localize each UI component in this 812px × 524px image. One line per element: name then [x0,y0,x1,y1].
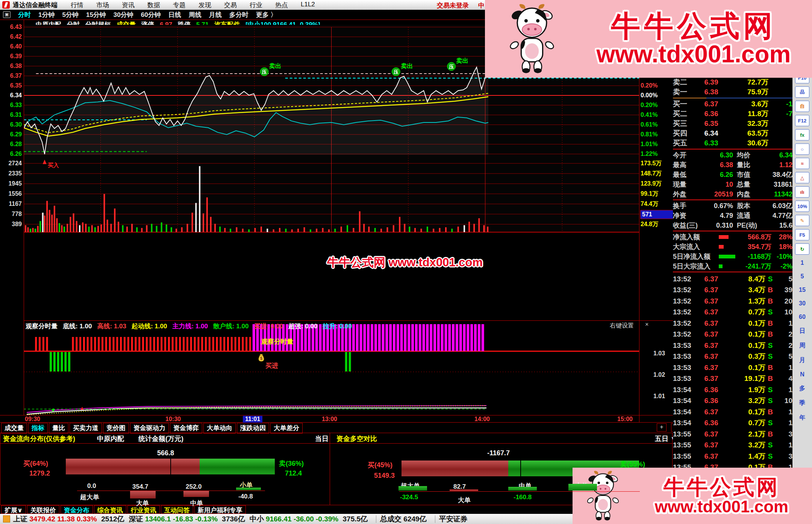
tick-row[interactable]: 13:546.363.2万S10 [673,396,792,407]
tab-量比[interactable]: 量比 [49,423,68,433]
index-深证[interactable]: 深证 13406.1 -16.83 -0.13% 3736亿 [129,514,245,524]
tick-row[interactable]: 13:556.373.2万S1 [673,440,792,451]
tick-row[interactable]: 13:526.370.1万B2 [673,329,792,340]
stat-row[interactable]: 今开6.30均价6.34 [673,150,792,160]
ask-row[interactable]: 卖二6.3972.7万 [673,77,792,87]
right-click-settings[interactable]: 右键设置 [610,322,634,330]
strip-period-30[interactable]: 30 [799,300,806,307]
period-1分钟[interactable]: 1分钟 [35,11,58,19]
broker-icon[interactable] [3,515,10,522]
tab-竞价图[interactable]: 竞价图 [103,423,129,433]
menu-item-交易[interactable]: 交易 [218,1,243,9]
volume-icon[interactable]: ılı [795,186,809,198]
layout-toggle-icon[interactable]: ▣ [3,11,11,18]
footer-tab-互动问答[interactable]: 互动问答 [161,505,193,514]
menu-item-L1L2[interactable]: L1L2 [294,1,321,9]
tick-row[interactable]: 13:536.370.1万B1 [673,362,792,373]
bid-row[interactable]: 买三6.3532.3万 [673,119,792,128]
multi-wave-icon[interactable]: ≈ [795,158,809,169]
strip-period-季[interactable]: 季 [799,399,805,407]
fund-flow-row[interactable]: 大宗流入354.7万18% [673,242,792,252]
strip-period-5[interactable]: 5 [801,273,804,280]
tick-row[interactable]: 13:526.373.4万B39 [673,285,792,296]
footer-tab-综合资讯[interactable]: 综合资讯 [94,505,126,514]
strip-period-60[interactable]: 60 [799,314,806,320]
bid-row[interactable]: 买一6.373.6万-1 [673,99,792,109]
tick-row[interactable]: 13:556.371.4万S3 [673,451,792,462]
structure-icon[interactable]: 品 [795,86,809,98]
tick-row[interactable]: 13:526.371.3万B20 [673,296,792,307]
close-icon[interactable]: × [645,321,648,328]
strip-period-月[interactable]: 月 [799,356,805,364]
tick-row[interactable]: 13:526.370.1万B1 [673,318,792,329]
stat-row[interactable]: 现量10总量31861 [673,180,792,189]
period-多分时[interactable]: 多分时 [226,11,252,19]
more-periods-button[interactable]: 更多 〉 [252,11,281,19]
strip-period-15[interactable]: 15 [799,287,806,293]
formula-icon[interactable]: fx [795,129,809,140]
strip-period-1[interactable]: 1 [801,260,804,266]
tab-大单差分[interactable]: 大单差分 [270,423,303,433]
ten-percent-icon[interactable]: 10% [795,201,809,212]
index-上证[interactable]: 上证 3479.42 11.38 0.33% 2512亿 [13,514,124,524]
period-分时[interactable]: 分时 [14,11,35,19]
fund-flow-row[interactable]: 净流入额566.8万28% [673,232,792,242]
menu-item-市场[interactable]: 市场 [90,1,115,9]
period-60分钟[interactable]: 60分钟 [137,11,165,19]
menu-item-行情[interactable]: 行情 [64,1,90,9]
tick-row[interactable]: 13:546.360.7万S1 [673,418,792,429]
mountain-icon[interactable]: △ [795,172,809,183]
tick-row[interactable]: 13:526.378.4万S5 [673,273,792,285]
index-中小[interactable]: 中小 9166.41 -36.00 -0.39% 375.5亿 [250,514,368,524]
footer-tab-资金分布[interactable]: 资金分布 [61,505,93,514]
fund-flow-row[interactable]: 5日大宗流入-241.7万-2% [673,261,792,271]
pencil-icon[interactable]: ✎ [795,215,809,226]
strip-period-年[interactable]: 年 [799,414,805,422]
f12-icon[interactable]: F12 [795,115,809,126]
period-5分钟[interactable]: 5分钟 [58,11,82,19]
bid-row[interactable]: 买五6.3330.6万 [673,138,792,148]
bid-row[interactable]: 买二6.3611.8万-7 [673,109,792,119]
period-月线[interactable]: 月线 [205,11,226,19]
stat-row[interactable]: 最高6.38量比1.12 [673,160,792,170]
zoom-in-button[interactable]: + [657,423,667,432]
refresh-icon[interactable]: ↻ [795,243,809,255]
custom-icon[interactable]: 自 [795,101,809,112]
f5-icon[interactable]: F5 [795,229,809,240]
stat-row[interactable]: 收益(三)0.310PE(动)15.6 [673,220,792,230]
menu-item-数据[interactable]: 数据 [141,1,167,9]
menu-item-资讯[interactable]: 资讯 [115,1,141,9]
stat-row[interactable]: 最低6.26市值38.4亿 [673,170,792,180]
period-周线[interactable]: 周线 [185,11,205,19]
bid-row[interactable]: 买四6.3463.5万 [673,128,792,138]
fund-flow-row[interactable]: 5日净流入额-1168万-10% [673,252,792,261]
tick-row[interactable]: 13:526.370.7万S10 [673,307,792,318]
tick-row[interactable]: 13:536.370.1万S2 [673,340,792,351]
strip-period-日[interactable]: 日 [799,327,805,335]
period-日线[interactable]: 日线 [165,11,185,19]
stat-row[interactable]: 净资4.79流通4.77亿 [673,211,792,220]
fund-left-period[interactable]: 当日 [315,434,329,443]
indicator-chart[interactable]: ★ [24,321,639,415]
tick-row[interactable]: 13:536.3719.1万B4 [673,373,792,385]
menu-item-专题[interactable]: 专题 [167,1,192,9]
broker-link[interactable]: 平安证券 [439,514,468,524]
stat-row[interactable]: 换手0.67%股本6.03亿 [673,201,792,211]
tick-row[interactable]: 13:546.361.9万S1 [673,384,792,396]
ask-row[interactable]: 卖一6.3875.9万 [673,87,792,97]
strip-period-N[interactable]: N [800,371,804,378]
footer-tab-扩展∨[interactable]: 扩展∨ [1,505,26,514]
block-icon[interactable]: ○ [795,143,809,155]
tab-资金博弈[interactable]: 资金博弈 [170,423,202,433]
indicator-title[interactable]: 观察分时量 [26,322,58,331]
tick-row[interactable]: 13:546.370.1万B1 [673,406,792,418]
strip-period-多[interactable]: 多 [799,385,805,393]
strip-period-周[interactable]: 周 [799,342,805,350]
menu-item-行业[interactable]: 行业 [243,1,269,9]
login-status[interactable]: 交易未登录 [437,1,469,10]
tick-row[interactable]: 13:536.370.3万S5 [673,351,792,362]
tab-涨跌动因[interactable]: 涨跌动因 [237,423,269,433]
tab-大单动向[interactable]: 大单动向 [203,423,236,433]
tab-指标[interactable]: 指标 [28,423,48,433]
tab-资金驱动力[interactable]: 资金驱动力 [130,423,169,433]
